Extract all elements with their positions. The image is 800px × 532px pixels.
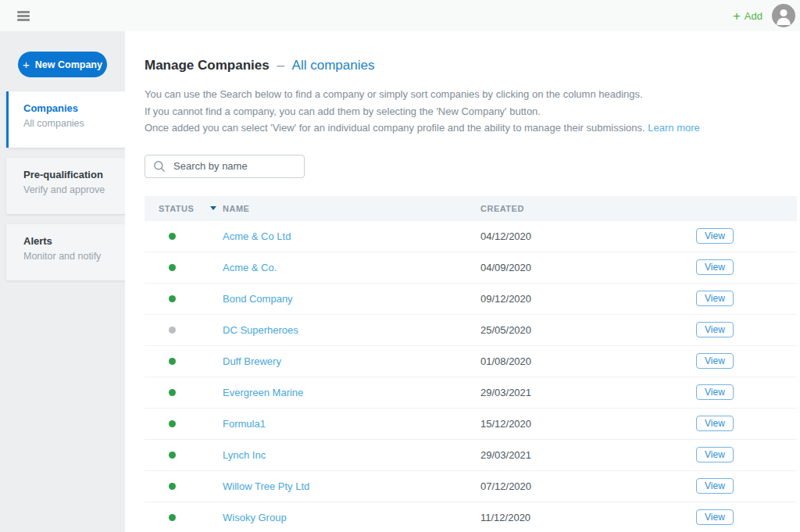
created-date: 11/12/2020 — [480, 512, 696, 523]
company-name-link[interactable]: Acme & Co. — [223, 262, 277, 273]
created-date: 29/03/2021 — [480, 387, 696, 398]
add-button-label: Add — [745, 10, 762, 22]
table-body: Acme & Co Ltd 04/12/2020 View Acme & Co.… — [145, 221, 797, 532]
intro-line-2: If you cannot find a company, you can ad… — [145, 103, 800, 120]
status-cell — [145, 514, 223, 521]
company-name-link[interactable]: Evergreen Marine — [223, 387, 303, 398]
action-cell: View — [696, 384, 797, 400]
company-name-link[interactable]: Bond Company — [223, 293, 293, 305]
created-date: 15/12/2020 — [480, 418, 696, 430]
action-cell: View — [696, 478, 797, 494]
view-button[interactable]: View — [696, 353, 734, 369]
company-name-link[interactable]: Willow Tree Pty Ltd — [223, 480, 309, 492]
created-date: 25/05/2020 — [480, 324, 696, 336]
name-cell: Acme & Co. — [223, 262, 480, 273]
sort-arrow-icon — [210, 206, 216, 210]
sidebar-item-sublabel: Monitor and notify — [23, 251, 125, 262]
search-icon — [153, 160, 166, 173]
table-row: Formula1 15/12/2020 View — [145, 409, 797, 440]
action-cell: View — [696, 322, 797, 337]
company-name-link[interactable]: Lynch Inc — [223, 449, 266, 461]
status-dot — [169, 358, 176, 365]
table-row: Evergreen Marine 29/03/2021 View — [145, 377, 797, 409]
name-cell: DC Superheroes — [223, 324, 480, 336]
view-button[interactable]: View — [696, 259, 734, 275]
new-company-button-label: New Company — [35, 59, 102, 70]
table-row: Wisoky Group 11/12/2020 View — [145, 502, 797, 532]
status-cell — [145, 264, 223, 271]
table-row: DC Superheroes 25/05/2020 View — [145, 315, 797, 346]
status-dot — [169, 514, 176, 521]
column-header-status[interactable]: STATUS — [145, 204, 223, 213]
top-bar: + Add — [0, 0, 800, 31]
company-name-link[interactable]: Acme & Co Ltd — [223, 230, 291, 242]
sidebar-nav: Companies All companies Pre-qualificatio… — [0, 91, 125, 280]
avatar[interactable] — [772, 4, 795, 27]
name-cell: Lynch Inc — [223, 449, 480, 461]
status-dot — [169, 389, 176, 396]
action-cell: View — [696, 259, 797, 275]
intro-line-3: Once added you can select 'View' for an … — [145, 120, 800, 137]
sidebar: + New Company Companies All companies Pr… — [0, 31, 125, 532]
breadcrumb-current[interactable]: All companies — [292, 58, 375, 73]
table-row: Willow Tree Pty Ltd 07/12/2020 View — [145, 471, 797, 502]
sidebar-item-companies[interactable]: Companies All companies — [6, 91, 125, 148]
column-header-created[interactable]: CREATED — [480, 204, 696, 213]
sidebar-item-label: Pre-qualification — [23, 169, 125, 180]
status-dot — [169, 233, 176, 240]
view-button[interactable]: View — [696, 291, 734, 306]
plus-icon: + — [733, 9, 741, 23]
view-button[interactable]: View — [696, 228, 734, 244]
name-cell: Wisoky Group — [223, 512, 480, 523]
name-cell: Evergreen Marine — [223, 387, 480, 398]
view-button[interactable]: View — [696, 509, 734, 525]
learn-more-link[interactable]: Learn more — [648, 122, 699, 134]
created-date: 07/12/2020 — [480, 480, 696, 492]
table-header: STATUS NAME CREATED — [145, 196, 797, 221]
sidebar-item-alerts[interactable]: Alerts Monitor and notify — [6, 224, 125, 280]
status-cell — [145, 327, 223, 334]
main-content: Manage Companies – All companies You can… — [125, 31, 800, 532]
status-dot — [169, 327, 176, 334]
intro-text: You can use the Search below to find a c… — [145, 86, 800, 137]
column-header-name[interactable]: NAME — [223, 204, 480, 213]
created-date: 09/12/2020 — [480, 293, 696, 305]
table-row: Lynch Inc 29/03/2021 View — [145, 440, 797, 471]
name-cell: Duff Brewery — [223, 355, 480, 367]
created-date: 01/08/2020 — [480, 355, 696, 367]
view-button[interactable]: View — [696, 384, 734, 400]
status-cell — [145, 233, 223, 240]
intro-line-1: You can use the Search below to find a c… — [145, 86, 800, 103]
table-row: Acme & Co. 04/09/2020 View — [145, 252, 797, 284]
add-button[interactable]: + Add — [733, 9, 762, 23]
status-cell — [145, 295, 223, 302]
company-name-link[interactable]: Formula1 — [223, 418, 266, 430]
status-dot — [169, 452, 176, 459]
view-button[interactable]: View — [696, 416, 734, 431]
action-cell: View — [696, 228, 797, 244]
table-row: Duff Brewery 01/08/2020 View — [145, 346, 797, 377]
status-dot — [169, 295, 176, 302]
name-cell: Bond Company — [223, 293, 480, 305]
search-box — [145, 155, 305, 178]
created-date: 29/03/2021 — [480, 449, 696, 461]
new-company-button[interactable]: + New Company — [18, 52, 107, 77]
action-cell: View — [696, 416, 797, 431]
view-button[interactable]: View — [696, 447, 734, 462]
page-title-text: Manage Companies — [145, 58, 270, 73]
title-separator: – — [277, 58, 284, 73]
company-name-link[interactable]: DC Superheroes — [223, 324, 298, 336]
search-input[interactable] — [172, 159, 296, 173]
hamburger-menu-icon[interactable] — [16, 6, 31, 26]
user-icon — [772, 4, 795, 27]
company-name-link[interactable]: Wisoky Group — [223, 512, 287, 523]
view-button[interactable]: View — [696, 478, 734, 494]
created-date: 04/12/2020 — [480, 230, 696, 242]
status-cell — [145, 452, 223, 459]
company-name-link[interactable]: Duff Brewery — [223, 355, 281, 367]
action-cell: View — [696, 447, 797, 462]
sidebar-item-sublabel: Verify and approve — [23, 184, 125, 195]
status-dot — [169, 420, 176, 427]
sidebar-item-pre-qualification[interactable]: Pre-qualification Verify and approve — [6, 158, 125, 214]
view-button[interactable]: View — [696, 322, 734, 337]
